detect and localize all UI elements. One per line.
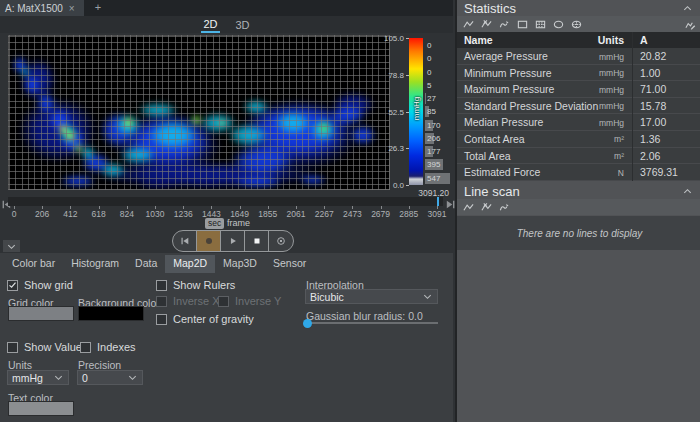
- statistics-row: Maximum PressuremmHg71.00: [457, 81, 700, 98]
- colorbar-tick-label: 52.5: [376, 108, 404, 117]
- statistics-row: Average PressuremmHg20.82: [457, 48, 700, 65]
- stat-value: 17.00: [640, 116, 666, 128]
- heatmap-grid-overlay: [8, 35, 390, 190]
- show-rulers-checkbox[interactable]: Show Rulers: [156, 279, 235, 291]
- stat-units: m²: [577, 151, 624, 161]
- view-3d-button[interactable]: 3D: [234, 18, 252, 32]
- settings-tab-data[interactable]: Data: [127, 255, 165, 273]
- checkbox-box: [7, 342, 18, 353]
- record-button[interactable]: [197, 231, 221, 251]
- tab-close-icon[interactable]: ×: [69, 3, 75, 14]
- gaussian-blur-slider[interactable]: [305, 322, 438, 324]
- stat-units: mmHg: [577, 101, 624, 111]
- histogram-count: 27: [427, 93, 436, 104]
- gaussian-blur-slider-knob[interactable]: [303, 319, 312, 328]
- stat-value: 3769.31: [640, 166, 678, 178]
- polyline-cross-tool-icon[interactable]: [481, 202, 492, 213]
- grid-color-swatch[interactable]: [8, 306, 74, 321]
- column-separator: [632, 32, 633, 48]
- document-tab[interactable]: A: MatX1500 ×: [0, 0, 84, 16]
- indexes-checkbox[interactable]: Indexes: [80, 341, 136, 353]
- add-tab-button[interactable]: +: [90, 0, 106, 16]
- edit-lines-tool-icon[interactable]: [685, 19, 696, 30]
- ellipse-tool-icon[interactable]: [553, 19, 564, 30]
- show-values-checkbox[interactable]: Show Values: [7, 341, 87, 353]
- histogram-count: 85: [427, 106, 436, 117]
- stat-name: Estimated Force: [464, 166, 540, 178]
- units-value: mmHg: [12, 372, 43, 384]
- column-a: A: [640, 34, 648, 46]
- settings-tab-map3d[interactable]: Map3D: [215, 255, 265, 273]
- colorbar-tick-label: 78.8: [376, 71, 404, 80]
- interpolation-dropdown[interactable]: Bicubic: [305, 289, 438, 304]
- colorbar-tick-label: 0.0: [376, 181, 404, 190]
- checkbox-box: [156, 280, 167, 291]
- histogram-count: 0: [427, 40, 431, 51]
- play-button[interactable]: [221, 231, 245, 251]
- map-view-region: A: MatX1500 × + 2D 3D 105.078.852.526.30…: [0, 0, 453, 422]
- checkbox-box: [7, 280, 18, 291]
- checkbox-label: Indexes: [97, 341, 136, 353]
- settings-collapse-button[interactable]: [3, 240, 20, 252]
- polyline-tool-icon[interactable]: [463, 202, 474, 213]
- interpolation-value: Bicubic: [310, 291, 344, 303]
- ellipse-grid-tool-icon[interactable]: [571, 19, 582, 30]
- units-dropdown[interactable]: mmHg: [7, 370, 69, 385]
- rectangle-tool-icon[interactable]: [517, 19, 528, 30]
- freehand-tool-icon[interactable]: [499, 202, 510, 213]
- unit-frame-toggle[interactable]: frame: [227, 218, 250, 228]
- gaussian-blur-label: Gaussian blur radius: 0.0: [306, 310, 423, 322]
- precision-dropdown[interactable]: 0: [77, 370, 143, 385]
- polyline-tool-icon[interactable]: [463, 19, 474, 30]
- skip-start-button[interactable]: [173, 231, 197, 251]
- unit-sec-toggle[interactable]: sec: [205, 218, 224, 229]
- view-2d-button[interactable]: 2D: [201, 17, 219, 33]
- stat-units: mmHg: [577, 85, 624, 95]
- show-grid-checkbox[interactable]: Show grid: [7, 279, 73, 291]
- stop-button[interactable]: [245, 231, 269, 251]
- statistics-table: Average PressuremmHg20.82Minimum Pressur…: [457, 48, 700, 181]
- statistics-collapse-icon[interactable]: [682, 3, 693, 14]
- statistics-row: Contact Aream²1.36: [457, 131, 700, 148]
- pressure-histogram: 00052785170206177395547: [425, 39, 451, 185]
- background-color-swatch[interactable]: [78, 306, 144, 321]
- line-scan-collapse-icon[interactable]: [682, 186, 693, 197]
- colorbar-unit-label: mmHg: [412, 96, 421, 122]
- freehand-tool-icon[interactable]: [499, 19, 510, 30]
- stat-name: Total Area: [464, 150, 511, 162]
- settings-tab-color-bar[interactable]: Color bar: [4, 255, 63, 273]
- column-separator: [632, 98, 633, 115]
- stat-value: 1.00: [640, 67, 660, 79]
- statistics-toolbar: [457, 16, 700, 32]
- rectangle-grid-tool-icon[interactable]: [535, 19, 546, 30]
- inverse-y-checkbox[interactable]: Inverse Y: [218, 295, 281, 307]
- line-scan-title: Line scan: [464, 184, 520, 199]
- settings-tab-sensor[interactable]: Sensor: [265, 255, 314, 273]
- settings-tab-map2d[interactable]: Map2D: [165, 255, 215, 273]
- checkbox-box: [156, 314, 167, 325]
- settings-panel: Color barHistogramDataMap2DMap3DSensor S…: [0, 253, 453, 422]
- side-panels: Statistics Name Units A Average Pressure…: [455, 0, 700, 422]
- timeline-scrubber[interactable]: [8, 197, 443, 206]
- column-separator: [632, 65, 633, 82]
- pressure-heatmap[interactable]: [8, 35, 390, 190]
- settings-tab-histogram[interactable]: Histogram: [63, 255, 127, 273]
- center-of-gravity-checkbox[interactable]: Center of gravity: [156, 313, 254, 325]
- chevron-down-icon: [53, 372, 64, 383]
- colorbar-tick-mark: [406, 185, 409, 186]
- text-color-swatch[interactable]: [8, 401, 74, 416]
- polyline-cross-tool-icon[interactable]: [481, 19, 492, 30]
- histogram-count: 170: [427, 120, 440, 131]
- stat-units: mmHg: [577, 68, 624, 78]
- loop-button[interactable]: [269, 231, 293, 251]
- chevron-down-icon: [422, 291, 433, 302]
- line-scan-empty-message: There are no lines to display: [457, 216, 700, 250]
- timeline-playhead[interactable]: [437, 197, 439, 206]
- histogram-count: 0: [427, 53, 431, 64]
- statistics-row: Total Aream²2.06: [457, 148, 700, 165]
- stat-name: Median Pressure: [464, 116, 543, 128]
- inverse-x-checkbox[interactable]: Inverse X: [156, 295, 219, 307]
- histogram-count: 206: [427, 133, 440, 144]
- checkbox-label: Show Values: [24, 341, 87, 353]
- checkbox-label: Show grid: [24, 279, 73, 291]
